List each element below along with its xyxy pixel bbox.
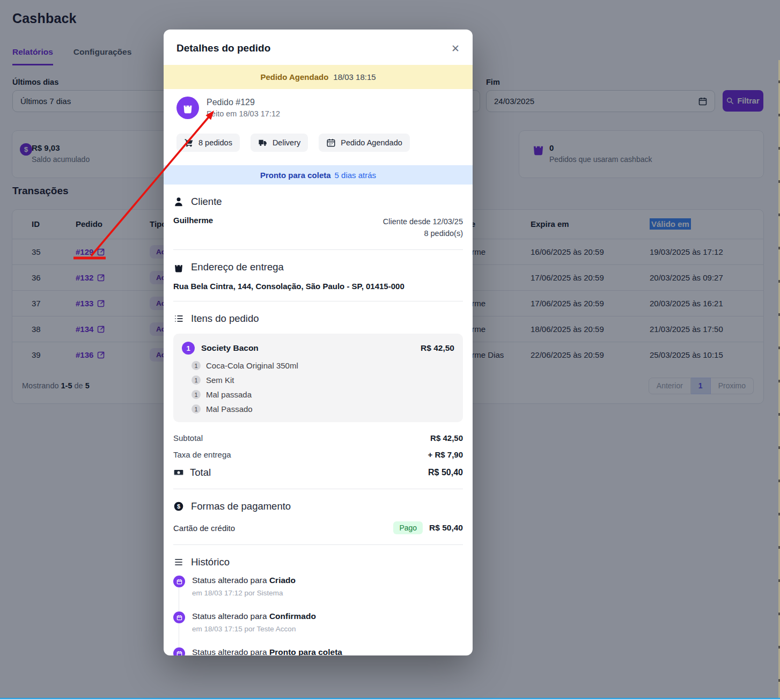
order-summary: Pedido #129 Feito em 18/03 17:12 8 pedid… [164,89,473,152]
orders-count-label: 8 pedidos [198,138,232,147]
list-icon [173,313,184,324]
order-number: Pedido #129 [207,98,280,107]
order-badges: 8 pedidos Delivery Pedido Agendado [176,134,460,152]
item-price: R$ 42,50 [421,343,454,353]
sub-item: 1Mal Passado [192,404,454,414]
total-label: Total [190,467,211,478]
history-entry: Status alterado para Confirmado em 18/03… [173,611,463,633]
subtotal-value: R$ 42,50 [430,433,463,443]
status-banner-label: Pronto para coleta [260,171,331,180]
close-icon[interactable]: ✕ [451,43,460,54]
items-heading: Itens do pedido [191,313,259,325]
history-heading: Histórico [191,556,230,568]
dollar-circle-icon: $ [173,501,184,512]
delivery-label: Delivery [273,138,300,147]
item-name: Society Bacon [201,343,259,353]
calendar-dot-icon [173,611,185,623]
delivery-fee-value: + R$ 7,90 [428,450,463,459]
order-bag-icon [176,97,199,119]
customer-section: Cliente Guilherme Cliente desde 12/03/25… [164,185,473,239]
customer-since: Cliente desde 12/03/25 [383,216,463,227]
modal-title: Detalhes do pedido [176,42,270,54]
menu-lines-icon [173,557,184,568]
totals-section: SubtotalR$ 42,50 Taxa de entrega+ R$ 7,9… [164,422,473,478]
items-section: Itens do pedido 1 Society Bacon R$ 42,50… [164,301,473,422]
modal-header: Detalhes do pedido ✕ [164,30,473,65]
payment-heading: Formas de pagamento [191,500,291,512]
calendar-dot-icon [173,576,185,587]
payment-section: $ Formas de pagamento Cartão de crédito … [164,489,473,534]
payment-amount: R$ 50,40 [429,523,463,533]
cart-icon [184,138,194,148]
customer-name: Guilherme [173,216,213,239]
sub-item: 1Coca-Cola Original 350ml [192,361,454,370]
sub-item: 1Mal passada [192,390,454,399]
orders-count-badge: 8 pedidos [176,134,240,152]
banknote-icon [173,467,184,478]
item-card: 1 Society Bacon R$ 42,50 1Coca-Cola Orig… [173,334,463,422]
scheduled-banner-label: Pedido Agendado [260,72,328,82]
subtotal-label: Subtotal [173,433,203,443]
history-entry: Status alterado para Criado em 18/03 17:… [173,576,463,597]
history-meta: em 18/03 17:15 por Teste Accon [192,625,316,633]
calendar-dot-icon [173,647,185,655]
customer-orders: 8 pedido(s) [383,227,463,239]
paid-badge: Pago [393,521,423,534]
history-entry: Status alterado para Pronto para coleta … [173,647,463,655]
item-qty-badge: 1 [182,342,195,355]
address-section: Endereço de entrega Rua Bela Cintra, 144… [164,250,473,291]
address-value: Rua Bela Cintra, 144, Consolação, São Pa… [173,282,463,291]
order-details-modal: Detalhes do pedido ✕ Pedido Agendado 18/… [164,30,473,655]
order-created-at: Feito em 18/03 17:12 [207,109,280,118]
calendar-icon [326,138,336,148]
bottom-edge-bar [0,698,780,700]
history-timeline: Status alterado para Criado em 18/03 17:… [173,576,463,655]
person-icon [173,196,184,207]
scheduled-banner-datetime: 18/03 18:15 [333,72,376,82]
status-banner: Pronto para coleta 5 dias atrás [164,165,473,185]
history-meta: em 18/03 17:12 por Sistema [192,589,296,597]
truck-icon [258,138,268,148]
scheduled-badge: Pedido Agendado [319,134,410,152]
delivery-fee-label: Taxa de entrega [173,450,231,459]
status-banner-ago: 5 dias atrás [335,171,377,180]
address-heading: Endereço de entrega [191,261,284,273]
delivery-badge: Delivery [251,134,308,152]
history-section: Histórico Status alterado para Criado em… [164,545,473,655]
customer-heading: Cliente [191,196,222,208]
total-value: R$ 50,40 [428,468,463,477]
scheduled-banner: Pedido Agendado 18/03 18:15 [164,65,473,89]
bag-icon [173,262,184,272]
svg-text:$: $ [177,503,180,510]
payment-method: Cartão de crédito [173,524,235,533]
scheduled-badge-label: Pedido Agendado [341,138,402,147]
sub-item: 1Sem Kit [192,375,454,385]
